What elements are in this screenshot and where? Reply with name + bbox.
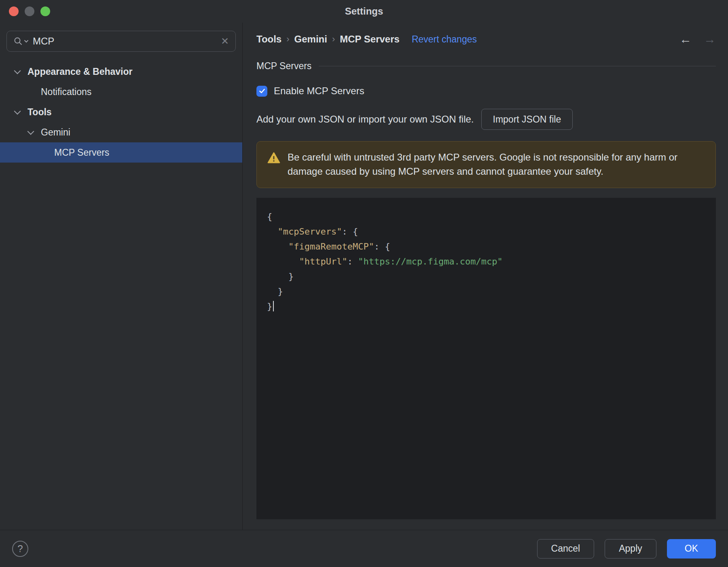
- window-title: Settings: [345, 6, 383, 17]
- apply-button[interactable]: Apply: [605, 539, 656, 559]
- tree-item-appearance-behavior[interactable]: Appearance & Behavior: [0, 61, 242, 82]
- code-line: {: [267, 209, 716, 224]
- code-line: "figmaRemoteMCP": {: [267, 239, 716, 254]
- footer: ? Cancel Apply OK: [0, 530, 728, 567]
- section-header: MCP Servers: [256, 61, 716, 72]
- search-options-caret-icon: [24, 39, 29, 44]
- settings-window: Settings ✕ Appearance & BehaviorNotifica…: [0, 0, 728, 567]
- tree-item-label: MCP Servers: [54, 147, 109, 158]
- search-field[interactable]: ✕: [6, 31, 236, 52]
- section-title: MCP Servers: [256, 61, 311, 72]
- cancel-button[interactable]: Cancel: [537, 539, 595, 559]
- search-icon: [13, 36, 29, 46]
- sidebar: ✕ Appearance & BehaviorNotificationsTool…: [0, 23, 243, 530]
- tree-item-label: Gemini: [41, 127, 70, 138]
- revert-changes-link[interactable]: Revert changes: [412, 34, 477, 45]
- chevron-down-icon[interactable]: [11, 70, 24, 73]
- window-controls: [9, 6, 50, 16]
- checkmark-icon: [258, 87, 266, 95]
- code-line: }: [267, 284, 716, 299]
- import-json-button[interactable]: Import JSON file: [481, 109, 573, 130]
- tree-item-tools[interactable]: Tools: [0, 102, 242, 122]
- history-navigation: ← →: [679, 33, 716, 45]
- code-line: }: [267, 299, 716, 314]
- tree-item-label: Tools: [28, 107, 52, 118]
- breadcrumb-item-gemini[interactable]: Gemini: [294, 34, 327, 45]
- tree-item-notifications[interactable]: Notifications: [0, 82, 242, 102]
- tree-item-label: Appearance & Behavior: [28, 66, 132, 77]
- breadcrumb-item-tools[interactable]: Tools: [256, 34, 281, 45]
- breadcrumb: Tools›Gemini›MCP Servers: [256, 34, 400, 45]
- footer-buttons: Cancel Apply OK: [537, 539, 716, 559]
- zoom-window-button[interactable]: [40, 6, 50, 16]
- close-window-button[interactable]: [9, 6, 19, 16]
- section-divider: [319, 66, 716, 66]
- breadcrumb-separator: ›: [286, 34, 289, 44]
- warning-triangle-icon: [267, 152, 280, 179]
- clear-search-icon[interactable]: ✕: [221, 36, 229, 46]
- json-editor-code: { "mcpServers": { "figmaRemoteMCP": { "h…: [267, 209, 716, 314]
- tree-item-mcp-servers[interactable]: MCP Servers: [0, 142, 242, 163]
- chevron-down-icon[interactable]: [24, 131, 38, 134]
- import-row: Add your own JSON or import your own JSO…: [256, 109, 716, 130]
- enable-mcp-checkbox[interactable]: [256, 86, 267, 97]
- text-caret: [273, 301, 274, 311]
- code-line: "httpUrl": "https://mcp.figma.com/mcp": [267, 254, 716, 269]
- search-input[interactable]: [33, 36, 217, 47]
- breadcrumb-separator: ›: [332, 34, 335, 44]
- tree-item-label: Notifications: [41, 87, 91, 97]
- ok-button[interactable]: OK: [667, 539, 716, 559]
- warning-banner: Be careful with untrusted 3rd party MCP …: [256, 141, 716, 188]
- main-panel: Tools›Gemini›MCP Servers Revert changes …: [243, 23, 728, 530]
- enable-mcp-label: Enable MCP Servers: [274, 85, 364, 97]
- warning-text: Be careful with untrusted 3rd party MCP …: [288, 150, 705, 179]
- back-arrow-icon[interactable]: ←: [679, 33, 692, 45]
- forward-arrow-icon[interactable]: →: [704, 33, 716, 45]
- breadcrumb-item-mcp-servers[interactable]: MCP Servers: [340, 34, 400, 45]
- help-icon[interactable]: ?: [12, 541, 28, 557]
- header-row: Tools›Gemini›MCP Servers Revert changes …: [256, 33, 716, 45]
- settings-tree: Appearance & BehaviorNotificationsToolsG…: [0, 61, 242, 163]
- import-hint-text: Add your own JSON or import your own JSO…: [256, 114, 474, 125]
- code-line: }: [267, 269, 716, 284]
- settings-body: ✕ Appearance & BehaviorNotificationsTool…: [0, 23, 728, 530]
- enable-mcp-row: Enable MCP Servers: [256, 85, 716, 97]
- chevron-down-icon[interactable]: [11, 111, 24, 114]
- json-editor[interactable]: { "mcpServers": { "figmaRemoteMCP": { "h…: [256, 198, 716, 519]
- titlebar: Settings: [0, 0, 728, 23]
- tree-item-gemini[interactable]: Gemini: [0, 122, 242, 142]
- code-line: "mcpServers": {: [267, 224, 716, 239]
- minimize-window-button[interactable]: [25, 6, 34, 16]
